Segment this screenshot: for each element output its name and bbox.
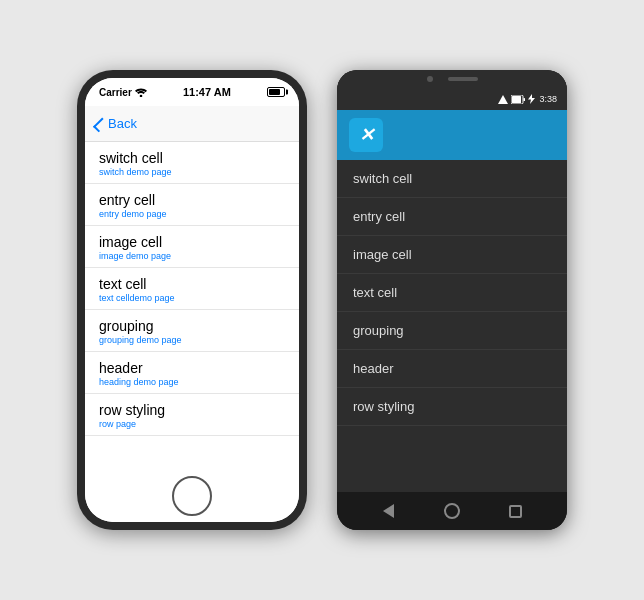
android-list-item-switch-cell[interactable]: switch cell [337, 160, 567, 198]
ios-list-item-grouping[interactable]: grouping grouping demo page [85, 310, 299, 352]
android-wifi-icon [498, 95, 508, 104]
android-statusbar: 3:38 [337, 88, 567, 110]
ios-item-title: row styling [99, 402, 285, 418]
ios-item-subtitle: switch demo page [99, 167, 285, 177]
ios-item-title: entry cell [99, 192, 285, 208]
ios-back-label: Back [108, 116, 137, 131]
svg-point-0 [140, 94, 143, 96]
ios-content: switch cell switch demo page entry cell … [85, 142, 299, 522]
battery-fill [269, 89, 280, 95]
ios-list-item-entry-cell[interactable]: entry cell entry demo page [85, 184, 299, 226]
android-topbar: ✕ [337, 110, 567, 160]
android-status-icons [498, 94, 535, 104]
ios-item-subtitle: heading demo page [99, 377, 285, 387]
battery-icon [267, 87, 285, 97]
android-time: 3:38 [539, 94, 557, 104]
android-camera-dot [427, 76, 433, 82]
android-list-item-image-cell[interactable]: image cell [337, 236, 567, 274]
android-content: switch cell entry cell image cell text c… [337, 160, 567, 492]
android-logo-x: ✕ [359, 124, 374, 146]
ios-list-item-header[interactable]: header heading demo page [85, 352, 299, 394]
wifi-icon [135, 88, 147, 97]
ios-home-button[interactable] [172, 476, 212, 516]
android-home-nav-button[interactable] [443, 502, 461, 520]
android-battery-icon [511, 95, 525, 104]
android-home-icon [444, 503, 460, 519]
android-phone: 3:38 ✕ switch cell entry cell image cell… [337, 70, 567, 530]
ios-carrier: Carrier [99, 87, 147, 98]
ios-battery [267, 87, 285, 97]
android-list-item-text-cell[interactable]: text cell [337, 274, 567, 312]
back-chevron-icon [93, 117, 108, 132]
android-back-nav-button[interactable] [380, 502, 398, 520]
ios-item-subtitle: image demo page [99, 251, 285, 261]
android-item-title: entry cell [353, 209, 551, 224]
android-item-title: switch cell [353, 171, 551, 186]
android-item-title: text cell [353, 285, 551, 300]
ios-item-title: text cell [99, 276, 285, 292]
ios-item-subtitle: grouping demo page [99, 335, 285, 345]
ios-time: 11:47 AM [183, 86, 231, 98]
ios-list-item-image-cell[interactable]: image cell image demo page [85, 226, 299, 268]
android-navbar [337, 492, 567, 530]
svg-marker-5 [528, 94, 535, 104]
android-camera-area [337, 70, 567, 88]
ios-list-item-switch-cell[interactable]: switch cell switch demo page [85, 142, 299, 184]
svg-rect-4 [524, 98, 526, 101]
android-recents-icon [509, 505, 522, 518]
ios-statusbar: Carrier 11:47 AM [85, 78, 299, 106]
android-back-icon [383, 504, 394, 518]
ios-item-subtitle: text celldemo page [99, 293, 285, 303]
ios-item-title: image cell [99, 234, 285, 250]
svg-marker-1 [498, 95, 508, 104]
ios-screen: Carrier 11:47 AM Back [85, 78, 299, 522]
android-item-title: header [353, 361, 551, 376]
ios-item-subtitle: row page [99, 419, 285, 429]
android-logo: ✕ [349, 118, 383, 152]
android-list-item-row-styling[interactable]: row styling [337, 388, 567, 426]
ios-back-button[interactable]: Back [95, 116, 137, 131]
ios-item-title: switch cell [99, 150, 285, 166]
svg-rect-3 [512, 96, 521, 103]
ios-phone: Carrier 11:47 AM Back [77, 70, 307, 530]
android-list-item-entry-cell[interactable]: entry cell [337, 198, 567, 236]
ios-item-title: grouping [99, 318, 285, 334]
ios-list-item-text-cell[interactable]: text cell text celldemo page [85, 268, 299, 310]
android-list-item-header[interactable]: header [337, 350, 567, 388]
ios-carrier-text: Carrier [99, 87, 132, 98]
ios-navbar: Back [85, 106, 299, 142]
android-list-item-grouping[interactable]: grouping [337, 312, 567, 350]
android-item-title: image cell [353, 247, 551, 262]
android-charging-icon [528, 94, 535, 104]
ios-item-subtitle: entry demo page [99, 209, 285, 219]
android-item-title: grouping [353, 323, 551, 338]
android-screen: 3:38 ✕ switch cell entry cell image cell… [337, 70, 567, 530]
android-item-title: row styling [353, 399, 551, 414]
android-recents-nav-button[interactable] [506, 502, 524, 520]
ios-item-title: header [99, 360, 285, 376]
ios-list-item-row-styling[interactable]: row styling row page [85, 394, 299, 436]
android-speaker [448, 77, 478, 81]
